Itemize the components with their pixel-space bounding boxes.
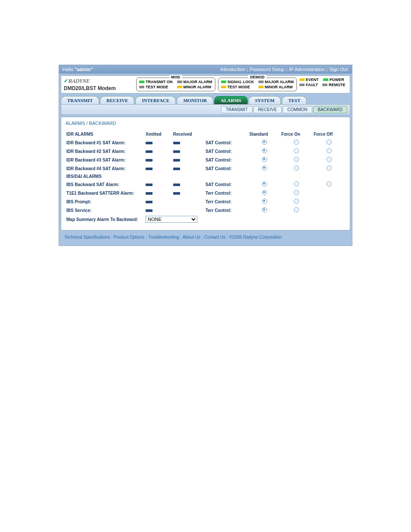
radio[interactable] — [327, 148, 332, 153]
table-row: IDR Backward #1 SAT Alarm:SAT Control: — [65, 138, 346, 147]
sub-tab-backward[interactable]: BACKWARD — [313, 106, 347, 113]
breadcrumb: ALARMS / BACKWARD — [65, 121, 346, 126]
row-label: IBS Backward SAT Alarm: — [65, 180, 145, 189]
status-led-item: FAULT — [299, 83, 318, 87]
radio[interactable] — [327, 140, 332, 145]
header: ✔RADYNE DMD20/LBST Modem MOD TRANSMIT ON… — [61, 75, 350, 93]
sub-tab-receive[interactable]: RECEIVE — [253, 106, 282, 113]
main-tab-receive[interactable]: RECEIVE — [100, 96, 134, 104]
radio[interactable] — [262, 165, 267, 171]
sub-tab-common[interactable]: COMMON — [283, 106, 312, 113]
led-label: TEST MODE — [227, 85, 250, 89]
sub-tabs: TRANSMITRECEIVECOMMONBACKWARD — [61, 104, 350, 115]
col-header — [205, 130, 249, 138]
main-tab-alarms[interactable]: ALARMS — [214, 96, 248, 104]
alarms-table: IDR ALARMS XmittedReceivedStandardForce … — [65, 130, 346, 224]
led-label: MAJOR ALARM — [184, 80, 212, 84]
led-icon — [139, 86, 144, 88]
radio[interactable] — [294, 165, 299, 171]
radio[interactable] — [294, 157, 299, 162]
table-row: IBS Prompt:Terr Control: — [65, 197, 346, 206]
radio[interactable] — [327, 165, 332, 171]
main-tab-transmit[interactable]: TRANSMIT — [61, 96, 99, 104]
radio[interactable] — [294, 140, 299, 145]
status-bar-icon — [146, 142, 153, 144]
radio[interactable] — [262, 140, 267, 145]
topbar-link[interactable]: IP Administration — [289, 67, 324, 72]
topbar-link[interactable]: Sign Out — [329, 67, 348, 72]
status-bar-icon — [146, 159, 153, 162]
footer-link[interactable]: Product Options — [114, 235, 145, 240]
status-bar-icon — [146, 209, 153, 212]
control-label: SAT Control: — [205, 156, 249, 164]
status-misc: EVENTPOWERFAULTREMOTE — [299, 78, 346, 91]
main-tab-interface[interactable]: INTERFACE — [135, 96, 176, 104]
led-label: MAJOR ALARM — [265, 80, 294, 84]
radio[interactable] — [262, 148, 267, 153]
greet-prefix: Hello — [62, 67, 75, 72]
table-row: IDR Backward #2 SAT Alarm:SAT Control: — [65, 147, 346, 156]
sub-tab-transmit[interactable]: TRANSMIT — [221, 106, 252, 113]
brand-name: RADYNE — [68, 78, 90, 84]
led-label: EVENT — [306, 78, 319, 82]
status-bar-icon — [173, 184, 180, 186]
led-icon — [323, 78, 328, 81]
section2-header: IBS/D&I ALARMS — [65, 173, 346, 180]
brand-logo: ✔RADYNE — [64, 78, 133, 84]
map-select[interactable]: NONE — [146, 216, 197, 223]
radio[interactable] — [294, 181, 299, 187]
radio[interactable] — [294, 190, 299, 195]
radio[interactable] — [327, 157, 332, 162]
status-bar-icon — [146, 150, 153, 153]
led-icon — [221, 86, 226, 88]
col-header: Received — [172, 130, 205, 138]
status-led-item: MAJOR ALARM — [258, 80, 294, 84]
status-led-item: MINOR ALARM — [177, 85, 212, 89]
control-label: SAT Control: — [205, 180, 249, 189]
led-label: MINOR ALARM — [184, 85, 212, 89]
led-label: POWER — [330, 78, 344, 82]
topbar-link[interactable]: Introduction — [221, 67, 245, 72]
status-bar-icon — [146, 192, 153, 195]
radio[interactable] — [327, 181, 332, 187]
radio[interactable] — [294, 207, 299, 212]
main-tab-system[interactable]: SYSTEM — [249, 96, 281, 104]
greeting: Hello "admin" — [62, 67, 93, 72]
control-label: SAT Control: — [205, 147, 249, 156]
status-led-item: TEST MODE — [221, 85, 254, 89]
control-label: Terr Control: — [205, 206, 249, 215]
led-icon — [258, 86, 264, 88]
main-tabs: TRANSMITRECEIVEINTERFACEMONITORALARMSSYS… — [61, 96, 350, 104]
topbar-link[interactable]: Password Setup — [250, 67, 284, 72]
table-row: IBS Service:Terr Control: — [65, 206, 346, 215]
led-label: TRANSMIT ON — [146, 80, 173, 84]
app-window: Hello "admin" Introduction|Password Setu… — [59, 65, 352, 246]
led-icon — [177, 81, 182, 83]
footer-link[interactable]: Troubleshooting — [148, 235, 179, 240]
topbar: Hello "admin" Introduction|Password Setu… — [59, 65, 352, 74]
footer-link[interactable]: Contact Us — [204, 235, 225, 240]
radio[interactable] — [262, 190, 267, 195]
footer-link[interactable]: Technical Specifications — [64, 235, 110, 240]
main-tab-test[interactable]: TEST — [282, 96, 307, 104]
footer-link[interactable]: About Us — [183, 235, 200, 240]
led-label: REMOTE — [329, 83, 346, 87]
radio[interactable] — [262, 181, 267, 187]
row-label: IBS Service: — [65, 206, 145, 215]
radio[interactable] — [262, 199, 267, 204]
led-icon — [322, 84, 327, 86]
status-bar-icon — [173, 192, 180, 195]
status-demod-title: DEMOD — [248, 75, 266, 79]
status-led-item: POWER — [323, 78, 344, 82]
radio[interactable] — [262, 207, 267, 212]
col-header: Xmitted — [145, 130, 172, 138]
radio[interactable] — [262, 157, 267, 162]
table-row: IDR Backward #3 SAT Alarm:SAT Control: — [65, 156, 346, 164]
led-label: FAULT — [306, 83, 318, 87]
radio[interactable] — [294, 148, 299, 153]
main-tab-monitor[interactable]: MONITOR — [177, 96, 213, 104]
row-label: IDR Backward #1 SAT Alarm: — [65, 138, 145, 147]
status-led-item: SIGNAL LOCK — [221, 80, 254, 84]
led-icon — [221, 81, 226, 83]
radio[interactable] — [294, 199, 299, 204]
